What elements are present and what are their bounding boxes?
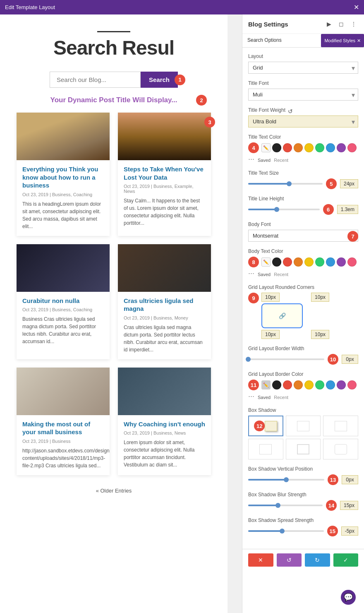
older-entries[interactable]: « Older Entries [17,488,211,494]
swatch-pink[interactable] [347,143,357,152]
panel-icon-more[interactable]: ⋮ [349,19,358,29]
tab-search-options[interactable]: Search Options [242,34,287,47]
body-swatch-yellow[interactable] [304,257,314,267]
color-pen-icon[interactable]: ✏️ [261,143,271,152]
body-swatch-pink[interactable] [347,257,357,267]
modified-styles-close[interactable]: ✕ [357,38,361,43]
rc-top-right[interactable]: 10px [311,293,329,302]
title-font-weight-select[interactable]: Ultra Bold Bold Normal Light [248,115,358,127]
layout-select[interactable]: Grid List [248,62,358,74]
blog-card-3-meta: Oct 23, 2019 | Business, Coaching [22,307,104,312]
blog-card-6-title[interactable]: Why Coaching isn't enough [124,420,205,428]
swatch-yellow[interactable] [304,143,314,152]
rc-top-left[interactable]: 10px [261,293,280,302]
border-width-thumb[interactable] [246,357,251,362]
blog-card-4-title[interactable]: Cras ultricies ligula sed magna [124,297,205,313]
blog-card-1-title[interactable]: Everything you Think you know about how … [22,165,104,190]
blog-card-5-body: Making the most out of your small busine… [17,415,110,475]
rc-link-icon[interactable]: 🔗 [279,313,286,319]
shadow-opt-3[interactable] [323,416,358,436]
swatch-orange[interactable] [294,143,303,152]
redo-button[interactable]: ↻ [305,553,330,567]
modified-styles-badge[interactable]: Modified Styles ✕ [321,34,364,47]
border-swatch-pink[interactable] [347,380,357,389]
title-size-value[interactable]: 24px [340,179,358,188]
blog-card-2-excerpt: Stay Calm... It happens to the best of u… [124,197,205,227]
shadow-blur-track[interactable] [248,505,323,506]
shadow-vert-track[interactable] [248,479,324,481]
body-swatch-orange[interactable] [294,257,303,267]
body-swatch-green[interactable] [315,257,324,267]
title-line-height-thumb[interactable] [274,207,279,212]
border-recent-label[interactable]: Recent [274,395,288,400]
older-entries-link[interactable]: « Older Entries [96,488,132,494]
swatch-blue[interactable] [326,143,335,152]
recent-label[interactable]: Recent [274,158,288,163]
section-title-color: Title Text Color 4 ✏️ [248,134,358,163]
shadow-opt-2[interactable] [286,416,321,436]
swatch-red[interactable] [283,143,292,152]
body-color-pen-icon[interactable]: ✏️ [261,257,271,267]
border-swatch-blue[interactable] [326,380,335,389]
reset-button[interactable]: ↺ [277,553,302,567]
shadow-spread-track[interactable] [248,530,324,532]
border-swatch-red[interactable] [283,380,292,389]
shadow-opt-4[interactable] [248,439,283,459]
rc-preview-box: 🔗 [261,303,303,328]
save-button[interactable]: ✓ [333,553,359,567]
body-swatch-purple[interactable] [337,257,346,267]
title-font-select[interactable]: Muli Roboto Open Sans [248,89,358,101]
swatch-green[interactable] [315,143,324,152]
blog-card-1-meta: Oct 23, 2019 | Business, Coaching [22,192,104,197]
cancel-button[interactable]: ✕ [248,553,273,567]
body-swatch-black[interactable] [272,257,281,267]
body-swatch-red[interactable] [283,257,292,267]
shadow-opt-1[interactable]: 12 [248,416,283,436]
shadow-vert-slider-row: 13 0px [248,474,358,485]
swatch-black[interactable] [272,143,281,152]
top-bar-close[interactable]: ✕ [354,3,359,11]
border-swatch-green[interactable] [315,380,324,389]
title-size-track[interactable] [248,183,323,185]
body-font-select[interactable]: Montserrat Roboto Open Sans [248,230,358,242]
shadow-spread-value[interactable]: -5px [341,526,358,536]
blog-card-2-title[interactable]: Steps to Take When You've Lost Your Data [124,165,205,181]
border-swatch-black[interactable] [272,380,281,389]
rc-bottom-left[interactable]: 10px [261,330,280,339]
chat-bubble[interactable]: 💬 [341,590,356,605]
panel-header: Blog Settings ▶ ◻ ⋮ [242,14,364,34]
swatch-purple[interactable] [337,143,346,152]
shadow-spread-label: Box Shadow Spread Strength [248,517,358,523]
title-size-thumb[interactable] [287,181,292,186]
border-swatch-orange[interactable] [294,380,303,389]
shadow-blur-value[interactable]: 15px [340,501,358,510]
title-line-height-value[interactable]: 1.3em [337,205,358,214]
blog-card-3-title[interactable]: Curabitur non nulla [22,297,104,305]
border-color-pen-icon[interactable]: ✏️ [261,380,271,389]
search-input[interactable] [50,72,141,88]
more-swatches-icon[interactable]: ··· [248,155,254,163]
rc-bottom-right[interactable]: 10px [311,330,329,339]
panel-icon-search[interactable]: ▶ [324,19,333,29]
font-weight-refresh-icon[interactable]: ↺ [288,108,293,115]
border-swatch-yellow[interactable] [304,380,314,389]
border-swatch-purple[interactable] [337,380,346,389]
title-line-height-track[interactable] [248,209,320,210]
shadow-vert-value[interactable]: 0px [342,475,358,484]
body-recent-label[interactable]: Recent [274,272,288,277]
shadow-spread-thumb[interactable] [280,529,285,534]
shadow-opt-6[interactable] [323,439,358,459]
font-weight-row: Title Font Weight ↺ [248,107,358,115]
shadow-blur-thumb[interactable] [275,503,280,508]
shadow-opt-5[interactable] [286,439,321,459]
shadow-vert-thumb[interactable] [284,477,289,482]
section-title-font-weight: Title Font Weight ↺ Ultra Bold Bold Norm… [248,107,358,127]
border-more-swatches-icon[interactable]: ··· [248,392,254,401]
blog-card-5-title[interactable]: Making the most out of your small busine… [22,420,104,436]
border-width-value[interactable]: 0px [342,355,358,364]
body-swatch-blue[interactable] [326,257,335,267]
search-button[interactable]: Search 1 [141,72,178,88]
border-width-track[interactable] [248,358,324,360]
body-more-swatches-icon[interactable]: ··· [248,269,254,278]
panel-icon-grid[interactable]: ◻ [337,19,346,29]
